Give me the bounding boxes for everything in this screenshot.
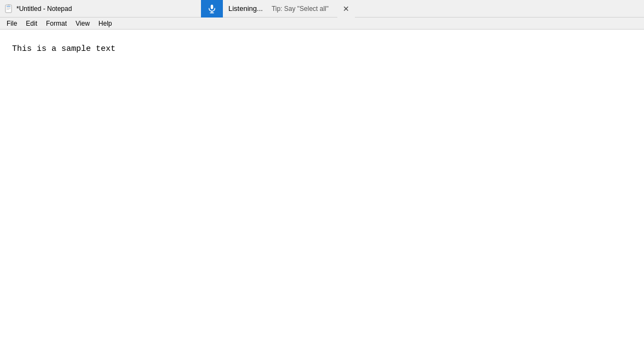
menu-edit[interactable]: Edit [21,19,42,28]
menu-view[interactable]: View [71,19,94,28]
editor-area[interactable]: This is a sample text [0,30,644,355]
svg-rect-6 [211,4,214,9]
dictation-close-button[interactable]: ✕ [337,0,355,18]
title-bar: *Untitled - Notepad Listening... Tip: Sa… [0,0,644,18]
dictation-toolbar: Listening... Tip: Say "Select all" ✕ [201,0,644,18]
listening-label: Listening... [223,4,272,13]
svg-rect-4 [7,9,9,10]
mic-icon [207,4,217,14]
notepad-icon [4,4,13,13]
microphone-button[interactable] [201,0,223,18]
svg-rect-2 [7,7,10,8]
menu-file[interactable]: File [2,19,21,28]
close-icon: ✕ [343,4,349,13]
menu-format[interactable]: Format [42,19,71,28]
svg-rect-1 [7,6,10,7]
editor-content: This is a sample text [12,44,116,54]
menu-bar: File Edit Format View Help [0,18,644,30]
svg-rect-3 [7,8,10,9]
menu-help[interactable]: Help [94,19,117,28]
svg-rect-5 [8,4,10,5]
dictation-tip: Tip: Say "Select all" [272,5,337,13]
